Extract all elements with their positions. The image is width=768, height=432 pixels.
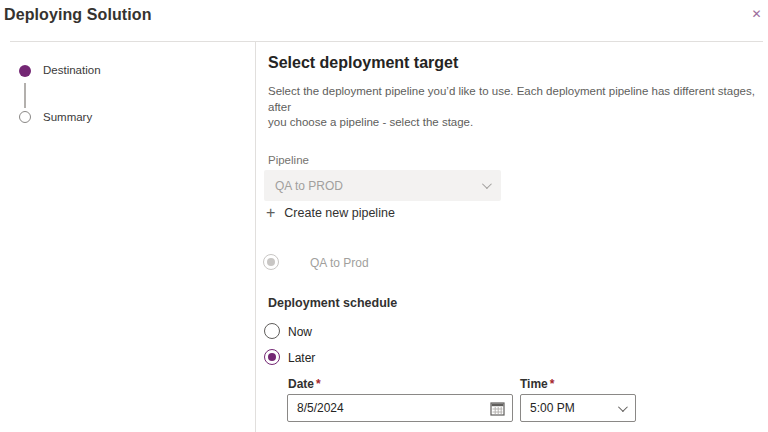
pipeline-dropdown[interactable]: QA to PROD	[264, 170, 501, 201]
date-field-label: Date*	[288, 377, 321, 391]
schedule-now-label: Now	[288, 325, 312, 339]
time-label-text: Time	[520, 377, 548, 391]
page-description: Select the deployment pipeline you’d lik…	[268, 84, 768, 131]
dialog-title: Deploying Solution	[4, 6, 152, 24]
create-new-pipeline-button[interactable]: + Create new pipeline	[266, 205, 395, 221]
create-new-pipeline-label: Create new pipeline	[284, 206, 395, 220]
chevron-down-icon	[618, 402, 628, 412]
description-line-2: you choose a pipeline - select the stage…	[268, 115, 768, 131]
time-dropdown-value: 5:00 PM	[530, 401, 575, 415]
step-current-dot	[19, 65, 31, 77]
description-line-1: Select the deployment pipeline you’d lik…	[268, 84, 768, 115]
chevron-down-icon	[482, 179, 492, 189]
page-title: Select deployment target	[268, 54, 458, 72]
stage-radio-label: QA to Prod	[310, 256, 369, 270]
radio-dot	[267, 258, 275, 266]
header-divider	[10, 41, 763, 42]
step-summary-label: Summary	[43, 111, 92, 123]
pipeline-dropdown-value: QA to PROD	[275, 179, 343, 193]
date-input[interactable]: 8/5/2024	[287, 394, 513, 422]
pipeline-field-label: Pipeline	[268, 154, 309, 166]
stage-radio-qa-to-prod[interactable]	[263, 254, 279, 270]
time-dropdown[interactable]: 5:00 PM	[520, 394, 636, 422]
deploying-solution-dialog: Deploying Solution ✕ Destination Summary…	[0, 0, 768, 432]
step-upcoming-dot	[19, 111, 31, 123]
plus-icon: +	[266, 205, 275, 221]
close-icon[interactable]: ✕	[746, 3, 767, 24]
date-label-text: Date	[288, 377, 314, 391]
panel-divider	[255, 42, 256, 432]
schedule-later-label: Later	[288, 351, 315, 365]
schedule-later-radio[interactable]	[264, 349, 280, 365]
schedule-now-radio[interactable]	[264, 323, 280, 339]
required-asterisk: *	[550, 377, 555, 391]
calendar-icon[interactable]	[490, 401, 505, 416]
step-connector	[24, 83, 26, 108]
radio-dot	[268, 353, 276, 361]
step-destination-label: Destination	[43, 64, 101, 76]
deployment-schedule-label: Deployment schedule	[268, 296, 397, 310]
required-asterisk: *	[316, 377, 321, 391]
time-field-label: Time*	[520, 377, 554, 391]
date-input-value: 8/5/2024	[297, 401, 344, 415]
